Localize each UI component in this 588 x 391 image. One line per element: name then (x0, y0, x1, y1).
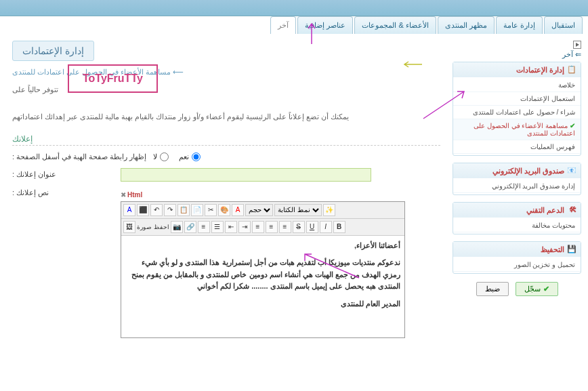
show-footer-label: إظهار رابطة صفحة الهبة في أسفل الصفحة : (12, 152, 146, 161)
italic-icon[interactable]: I (320, 221, 332, 233)
radio-no-input[interactable] (160, 152, 169, 161)
redo-icon[interactable]: ↷ (164, 204, 176, 216)
palette-icon[interactable]: 🎨 (218, 204, 230, 216)
undo-icon[interactable]: ↶ (150, 204, 163, 216)
tab-members[interactable]: الأعضاء & المجموعات (354, 16, 436, 34)
html-badge: ✖Html Html مفعل (121, 191, 142, 199)
check-icon: ✔ (543, 285, 549, 293)
align-center-icon[interactable]: ≡ (266, 221, 278, 233)
rich-editor: A ⬛ ↶ ↷ 📋 📄 ✂ 🎨 A حجم نمط الكتابة ✨ (121, 201, 405, 338)
image-upload-icon[interactable]: 🖼 (123, 221, 135, 233)
sidebar-item-images[interactable]: تحميل و تخزين الصور (453, 258, 581, 272)
panel-mailbox-title: صندوق البريد الإلكتروني (492, 167, 564, 176)
check-icon: ✔ (570, 122, 575, 129)
tab-general[interactable]: إدارة عامة (496, 16, 543, 34)
tab-extra[interactable]: عناصر إضافية (297, 16, 353, 34)
link-icon[interactable]: 🔗 (184, 221, 196, 233)
panel-support: 🛠 الدعم التقني محتويات مخالفة (453, 202, 581, 234)
bold-icon[interactable]: B (333, 221, 345, 233)
panel-backup-title: التحفيظ (541, 245, 564, 254)
tab-other[interactable]: آخر (270, 16, 296, 34)
color-a-icon[interactable]: A (232, 204, 244, 216)
radio-yes-input[interactable] (192, 152, 201, 161)
copy-icon[interactable]: 📋 (177, 204, 190, 216)
sidebar-item-log[interactable]: فهرس العمليات (453, 140, 581, 154)
panel-backup-header: 💾 التحفيظ (453, 242, 581, 257)
strike-icon[interactable]: S (293, 221, 305, 233)
sidebar-item-violations[interactable]: محتويات مخالفة (453, 219, 581, 232)
main-tabs: استقبال إدارة عامة مظهر المنتدى الأعضاء … (0, 16, 588, 34)
numbered-list-icon[interactable]: ☰ (211, 221, 224, 233)
reset-button[interactable]: ضبط (476, 282, 509, 296)
tab-appearance[interactable]: مظهر المنتدى (438, 16, 495, 34)
wand-icon[interactable]: ✨ (323, 204, 335, 216)
sidebar-item-mailbox[interactable]: إدارة صندوق البريد الإلكتروني (453, 180, 581, 193)
outdent-icon[interactable]: ⇤ (225, 221, 237, 233)
panel-support-title: الدعم التقني (526, 206, 564, 215)
breadcrumb-link[interactable]: ⇐ آخر (562, 50, 581, 58)
panel-credits-header: 📋 إدارة الإعتمادات (453, 62, 581, 77)
panel-credits-title: إدارة الإعتمادات (516, 66, 564, 75)
support-icon: 🛠 (567, 205, 576, 215)
sidebar-item-buy[interactable]: شراء / حصول على اعتمادات للمنتدى (453, 106, 581, 119)
button-row: ✔سجّل ضبط (453, 282, 581, 296)
save-button[interactable]: ✔سجّل (516, 282, 558, 296)
sidebar-item-usage[interactable]: استعمال الإعتمادات (453, 92, 581, 106)
sidebar: ⇐ آخر 📋 إدارة الإعتمادات خلاصة استعمال ا… (453, 41, 581, 345)
tab-reception[interactable]: استقبال (544, 16, 583, 34)
highlight-icon[interactable]: ⬛ (137, 204, 149, 216)
panel-credits: 📋 إدارة الإعتمادات خلاصة استعمال الإعتما… (453, 62, 581, 156)
section-title: إعلانك (12, 134, 440, 146)
image-icon[interactable]: 📷 (171, 221, 183, 233)
upload-label: احفظ صورة (137, 224, 169, 230)
list-icon[interactable]: ≡ (198, 221, 210, 233)
backup-icon: 💾 (567, 245, 576, 254)
indent-icon[interactable]: ⇥ (238, 221, 251, 233)
editor-body[interactable]: أعضائنا الأعزاء, ندعوكم منتديات ميوزيكا … (121, 236, 404, 337)
mail-icon: 📧 (567, 166, 576, 176)
ad-title-label: عنوان إعلانك : (12, 170, 114, 179)
editor-toolbar: A ⬛ ↶ ↷ 📋 📄 ✂ 🎨 A حجم نمط الكتابة ✨ (121, 202, 404, 219)
top-bar (0, 0, 588, 16)
underline-icon[interactable]: U (306, 221, 318, 233)
ad-text-label: نص إعلانك : (12, 188, 114, 197)
radio-no[interactable]: لا (153, 152, 169, 161)
panel-mailbox: 📧 صندوق البريد الإلكتروني إدارة صندوق ال… (453, 163, 581, 195)
sidebar-item-contribute[interactable]: ✔ مساهمة الأعضاء في الحصول على اعتمادات … (453, 119, 581, 140)
panel-backup: 💾 التحفيظ تحميل و تخزين الصور (453, 241, 581, 274)
font-style-select[interactable]: نمط الكتابة (274, 204, 322, 216)
font-size-select[interactable]: حجم (245, 204, 273, 216)
show-footer-radio-group: نعم لا (153, 152, 201, 161)
editor-toolbar-2: 🖼 احفظ صورة 📷 🔗 ≡ ☰ ⇤ ⇥ ≡ ≡ ≡ S U I (121, 219, 404, 236)
align-left-icon[interactable]: ≡ (252, 221, 264, 233)
panel-mailbox-header: 📧 صندوق البريد الإلكتروني (453, 163, 581, 178)
panel-support-header: 🛠 الدعم التقني (453, 203, 581, 218)
watermark: ToTyFruTTy (68, 64, 158, 93)
play-icon (573, 41, 581, 49)
breadcrumb: ⇐ آخر (453, 41, 581, 59)
font-color-icon[interactable]: A (123, 204, 135, 216)
credits-icon: 📋 (567, 65, 576, 75)
cut-icon[interactable]: ✂ (205, 204, 217, 216)
sidebar-item-summary[interactable]: خلاصة (453, 79, 581, 92)
paste-icon[interactable]: 📄 (191, 204, 203, 216)
page-title: إدارة الإعتمادات (12, 41, 94, 61)
align-right-icon[interactable]: ≡ (279, 221, 291, 233)
radio-yes[interactable]: نعم (179, 152, 201, 161)
ad-title-input[interactable] (121, 168, 371, 182)
